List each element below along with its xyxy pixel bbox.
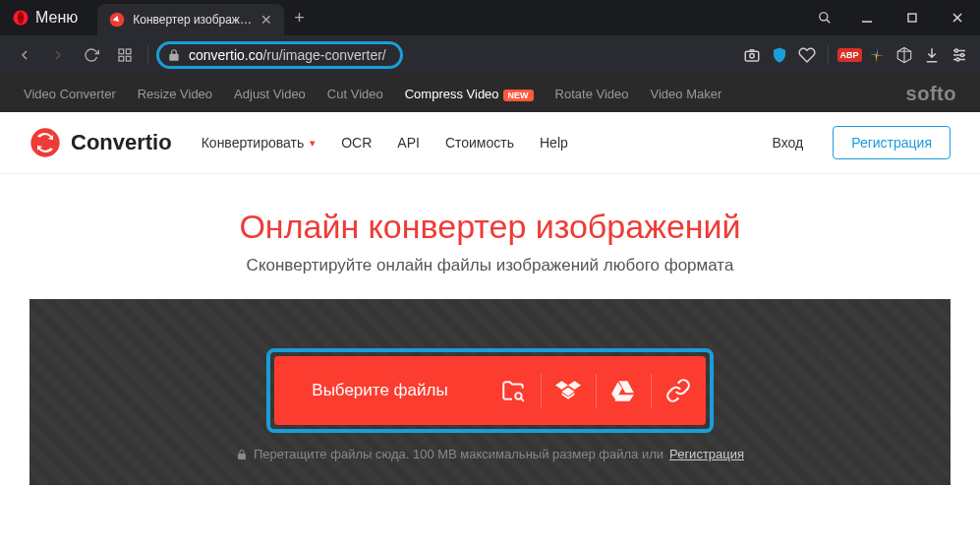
softo-nav-item[interactable]: Adjust Video: [234, 87, 306, 101]
svg-line-4: [827, 20, 831, 24]
sliders-icon: [951, 46, 968, 64]
opera-logo-icon: [12, 9, 29, 27]
search-icon: [818, 11, 832, 25]
tab-favicon-icon: [109, 12, 125, 28]
svg-rect-9: [119, 49, 124, 54]
softo-nav-bar: Video ConverterResize VideoAdjust VideoC…: [0, 75, 980, 112]
hero: Онлайн конвертер изображений Сконвертиру…: [0, 174, 980, 299]
window-minimize-button[interactable]: [844, 0, 890, 35]
softo-nav-item[interactable]: Video Converter: [24, 87, 116, 101]
signup-button[interactable]: Регистрация: [833, 126, 951, 159]
arrow-left-icon: [17, 47, 32, 63]
signup-link[interactable]: Регистрация: [669, 447, 744, 461]
downloads-button[interactable]: [921, 44, 943, 66]
site-header: Convertio Конвертировать ▾ OCR API Стоим…: [0, 112, 980, 174]
link-icon: [665, 378, 691, 403]
arrow-right-icon: [50, 47, 66, 63]
minimize-icon: [860, 11, 874, 25]
browser-search-button[interactable]: [805, 0, 844, 35]
easy-setup-button[interactable]: [949, 44, 970, 66]
heart-icon: [798, 46, 816, 64]
menu-label: Меню: [35, 9, 78, 27]
svg-point-19: [961, 54, 964, 57]
window-close-button[interactable]: [935, 0, 980, 35]
snapshot-button[interactable]: [741, 44, 763, 66]
nav-api[interactable]: API: [397, 135, 420, 151]
folder-search-icon: [500, 378, 526, 403]
nav-reload-button[interactable]: [77, 40, 106, 70]
vpn-shield-button[interactable]: [769, 44, 790, 66]
file-picker-bar: Выберите файлы: [274, 356, 705, 425]
softo-nav-item[interactable]: Video Maker: [651, 87, 722, 101]
close-icon: [951, 11, 964, 25]
reload-icon: [84, 47, 99, 63]
nav-pricing[interactable]: Стоимость: [445, 135, 514, 151]
login-link[interactable]: Вход: [772, 135, 803, 151]
google-drive-icon: [610, 378, 636, 403]
softo-nav-item[interactable]: Resize Video: [138, 87, 212, 101]
nav-ocr[interactable]: OCR: [341, 135, 372, 151]
tab-close-button[interactable]: ✕: [260, 12, 272, 28]
svg-point-18: [955, 49, 958, 52]
svg-point-1: [18, 12, 24, 24]
softo-nav-item[interactable]: Compress VideoNEW: [405, 87, 534, 101]
cube-extension-button[interactable]: [894, 44, 915, 66]
site-nav: Конвертировать ▾ OCR API Стоимость Help: [202, 135, 568, 151]
chevron-down-icon: ▾: [310, 137, 316, 150]
browser-tab[interactable]: Конвертер изображений ✕: [97, 4, 284, 35]
nav-convert[interactable]: Конвертировать ▾: [202, 135, 317, 151]
download-icon: [923, 46, 941, 64]
svg-point-3: [820, 13, 828, 21]
svg-rect-13: [745, 51, 759, 61]
pinwheel-extension-button[interactable]: [866, 44, 888, 66]
nav-help[interactable]: Help: [540, 135, 568, 151]
pinwheel-icon: [868, 46, 886, 64]
from-dropbox-button[interactable]: [541, 356, 596, 425]
window-controls: [844, 0, 980, 35]
address-bar[interactable]: convertio.co/ru/image-converter/: [156, 41, 403, 69]
svg-point-20: [956, 58, 959, 61]
brand-name: Convertio: [71, 130, 172, 155]
adblock-button[interactable]: ABP: [838, 44, 860, 66]
lock-icon: [167, 48, 181, 62]
svg-rect-11: [119, 56, 124, 61]
page-subtitle: Сконвертируйте онлайн файлы изображений …: [20, 256, 960, 275]
dropzone-hint: Перетащите файлы сюда. 100 MB максимальн…: [236, 447, 744, 461]
convertio-logo-icon: [29, 127, 61, 158]
svg-rect-12: [126, 56, 131, 61]
lock-icon: [236, 449, 248, 460]
svg-rect-10: [126, 49, 131, 54]
url-text: convertio.co/ru/image-converter/: [189, 47, 386, 63]
file-button-highlight: Выберите файлы: [266, 348, 713, 433]
new-tab-button[interactable]: +: [284, 8, 315, 29]
speed-dial-button[interactable]: [110, 40, 140, 70]
svg-line-23: [521, 398, 524, 401]
abp-badge: ABP: [837, 48, 862, 62]
dropzone[interactable]: Выберите файлы: [29, 299, 951, 485]
cube-icon: [895, 46, 913, 64]
window-maximize-button[interactable]: [890, 0, 935, 35]
softo-logo[interactable]: softo: [906, 83, 956, 105]
svg-point-21: [30, 128, 59, 156]
from-google-drive-button[interactable]: [596, 356, 651, 425]
page-title: Онлайн конвертер изображений: [20, 208, 960, 246]
svg-point-22: [515, 393, 522, 399]
camera-icon: [743, 46, 761, 64]
from-device-button[interactable]: [486, 356, 541, 425]
from-url-button[interactable]: [651, 356, 706, 425]
dropbox-icon: [555, 378, 581, 403]
svg-point-14: [750, 54, 755, 59]
page-content: Convertio Конвертировать ▾ OCR API Стоим…: [0, 112, 980, 548]
browser-menu-button[interactable]: Меню: [0, 0, 89, 35]
svg-rect-6: [908, 14, 916, 22]
brand[interactable]: Convertio: [29, 127, 172, 158]
choose-files-button[interactable]: Выберите файлы: [274, 381, 485, 400]
maximize-icon: [905, 11, 919, 25]
softo-nav-item[interactable]: Rotate Video: [555, 87, 629, 101]
browser-toolbar: convertio.co/ru/image-converter/ ABP: [0, 35, 980, 75]
heart-button[interactable]: [796, 44, 818, 66]
softo-nav-item[interactable]: Cut Video: [327, 87, 383, 101]
browser-titlebar: Меню Конвертер изображений ✕ +: [0, 0, 980, 35]
nav-back-button[interactable]: [10, 40, 39, 70]
nav-forward-button[interactable]: [43, 40, 73, 70]
